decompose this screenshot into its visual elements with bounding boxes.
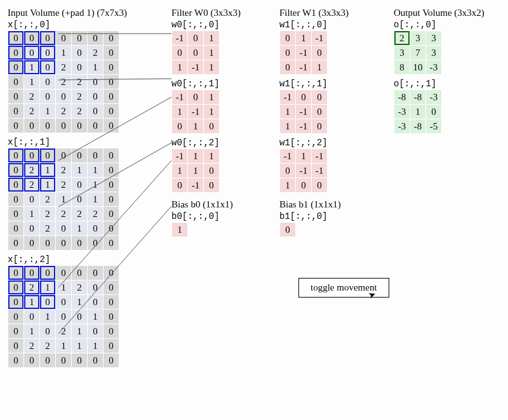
cell: 0 xyxy=(56,31,72,46)
cell: -1 xyxy=(172,31,188,46)
cell: 2 xyxy=(56,163,72,178)
input-slice-0: x[:,:,0] 0000000000102001020100102200020… xyxy=(8,20,160,133)
output-slice-0-label: o[:,:,0] xyxy=(394,20,495,30)
cell: 1 xyxy=(296,149,312,164)
cell: 0 xyxy=(172,119,188,134)
cell: 1 xyxy=(204,105,220,119)
cell: 0 xyxy=(40,60,56,75)
cell: -3 xyxy=(426,90,442,105)
cell: 1 xyxy=(40,104,56,119)
cell: 0 xyxy=(88,324,104,339)
cell: 3 xyxy=(426,46,442,60)
cell: -3 xyxy=(394,105,410,119)
cell: 0 xyxy=(24,148,40,163)
cell: 0 xyxy=(56,148,72,163)
cell: 0 xyxy=(40,31,56,46)
cell: 0 xyxy=(24,236,40,251)
cell: 0 xyxy=(8,89,24,104)
cell: 1 xyxy=(24,75,40,89)
cell: 0 xyxy=(88,295,104,310)
cell: -1 xyxy=(296,46,312,60)
cell: -1 xyxy=(188,60,204,75)
b1-grid: 0 xyxy=(279,222,296,237)
cell: 0 xyxy=(56,353,72,368)
output-grid-0: 233373810-3 xyxy=(394,30,442,75)
w0-slice-1-label: w0[:,:,1] xyxy=(171,79,273,89)
w1-slice-0-label: w1[:,:,0] xyxy=(279,20,381,30)
cell: 0 xyxy=(8,178,24,192)
cell: 2 xyxy=(40,339,56,353)
cell: 1 xyxy=(72,295,88,310)
cell: 1 xyxy=(312,60,328,75)
input-title: Input Volume (+pad 1) (7x7x3) xyxy=(8,8,160,18)
cell: 1 xyxy=(188,119,204,134)
cell: -5 xyxy=(426,119,442,134)
cell: 0 xyxy=(8,280,24,295)
cell: 0 xyxy=(88,280,104,295)
cell: -1 xyxy=(312,31,328,46)
cell: 0 xyxy=(172,46,188,60)
cell: 1 xyxy=(280,119,296,134)
input-slice-1-label: x[:,:,1] xyxy=(8,137,160,147)
cell: 0 xyxy=(312,90,328,105)
cell: 2 xyxy=(24,280,40,295)
cell: -8 xyxy=(410,119,426,134)
cell: 0 xyxy=(104,221,119,236)
cell: 8 xyxy=(394,60,410,75)
w1-column: Filter W1 (3x3x3) w1[:,:,0] 01-10-100-11… xyxy=(279,8,381,241)
cell: 0 xyxy=(104,178,119,192)
cell: -1 xyxy=(188,178,204,193)
cell: 0 xyxy=(8,192,24,207)
cell: 3 xyxy=(410,31,426,46)
cell: 0 xyxy=(40,266,56,280)
w0-grid-0: -1010011-11 xyxy=(171,30,220,75)
cell: 2 xyxy=(56,104,72,119)
cell: 0 xyxy=(104,31,119,46)
cell: 0 xyxy=(312,119,328,134)
cell: 1 xyxy=(296,31,312,46)
cell: 0 xyxy=(104,266,119,280)
cell: 0 xyxy=(24,119,40,133)
b1-title: Bias b1 (1x1x1) xyxy=(279,199,381,210)
b0-value: 1 xyxy=(172,223,188,237)
output-grid-1: -8-8-3-310-3-8-5 xyxy=(394,89,442,134)
cell: -1 xyxy=(296,119,312,134)
cell: 0 xyxy=(72,60,88,75)
cell: 0 xyxy=(40,89,56,104)
output-slice-1-label: o[:,:,1] xyxy=(394,79,495,89)
input-grid-0: 0000000000102001020100102200020020002122… xyxy=(8,30,119,133)
w1-grid-2: -11-10-1-1100 xyxy=(279,148,328,193)
cell: 0 xyxy=(88,353,104,368)
cell: 0 xyxy=(188,46,204,60)
cell: 0 xyxy=(56,89,72,104)
cell: 1 xyxy=(88,178,104,192)
cell: 0 xyxy=(8,295,24,310)
cell: 0 xyxy=(56,236,72,251)
w1-slice-2-label: w1[:,:,2] xyxy=(279,138,381,148)
cell: 1 xyxy=(88,163,104,178)
cell: 0 xyxy=(56,266,72,280)
b0-label: b0[:,:,0] xyxy=(171,211,273,221)
cell: -8 xyxy=(410,90,426,105)
cell: 0 xyxy=(8,60,24,75)
cell: 0 xyxy=(104,295,119,310)
cell: -1 xyxy=(172,149,188,164)
cell: 0 xyxy=(8,148,24,163)
cell: 7 xyxy=(410,46,426,60)
input-grid-1: 0000000021211002120100021010012222000201… xyxy=(8,148,119,251)
cell: 1 xyxy=(188,149,204,164)
cell: 1 xyxy=(204,46,220,60)
cell: -3 xyxy=(426,60,442,75)
cell: 1 xyxy=(204,149,220,164)
cell: 0 xyxy=(72,31,88,46)
input-slice-1: x[:,:,1] 0000000021211002120100021010012… xyxy=(8,137,160,251)
output-title: Output Volume (3x3x2) xyxy=(394,8,495,18)
cell: 1 xyxy=(172,164,188,178)
cell: 1 xyxy=(204,90,220,105)
cell: -1 xyxy=(172,90,188,105)
cell: 0 xyxy=(40,353,56,368)
cell: 2 xyxy=(72,89,88,104)
cell: 2 xyxy=(72,207,88,221)
cell: 1 xyxy=(88,192,104,207)
cell: 10 xyxy=(410,60,426,75)
